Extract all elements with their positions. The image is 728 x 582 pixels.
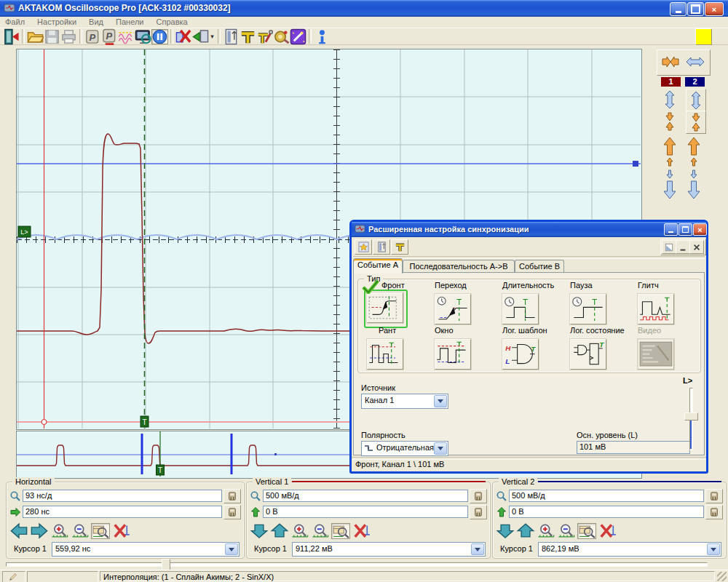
zoom-out-button[interactable] (557, 523, 576, 539)
ch1-nudge-button[interactable] (665, 157, 674, 179)
type-pattern-button[interactable]: HLT (502, 339, 539, 370)
vertical2-position-keypad-button[interactable] (705, 505, 723, 519)
dialog-close-button[interactable]: × (693, 223, 707, 236)
vertical2-position-field[interactable]: 0 В (509, 506, 704, 518)
type-edge-button[interactable] (367, 292, 403, 323)
expand-horizontal-button[interactable] (686, 56, 705, 68)
zoom-window-button[interactable] (331, 523, 350, 539)
vertical2-cursor-combo[interactable]: 862,19 мВ (538, 542, 721, 557)
position-trackbar[interactable] (6, 562, 708, 567)
zoom-out-button[interactable] (311, 523, 330, 539)
maximize-button[interactable] (687, 2, 704, 16)
compress-horizontal-button[interactable] (661, 56, 680, 68)
cursor1-handle[interactable] (41, 420, 47, 425)
ch2-compress-vertical-button[interactable] (686, 111, 706, 134)
trackbar-thumb[interactable] (162, 559, 170, 570)
vertical1-cursor-combo[interactable]: 911,22 мВ (292, 542, 486, 557)
source-combo[interactable]: Канал 1 (361, 394, 448, 409)
open-button[interactable] (27, 29, 44, 44)
type-glitch-button[interactable] (638, 294, 674, 324)
dialog-panels-button[interactable] (373, 239, 390, 255)
level-slider-thumb[interactable] (684, 412, 698, 420)
type-window-button[interactable] (435, 339, 471, 370)
menu-file[interactable]: Файл (0, 17, 30, 27)
vertical1-position-field[interactable]: 0 В (263, 506, 468, 518)
zoom-in-button[interactable] (290, 523, 309, 539)
insert-dropdown-caret[interactable]: ▾ (209, 33, 215, 40)
zoom-in-button[interactable] (537, 523, 555, 539)
delete-cursor-button[interactable] (598, 523, 617, 539)
resize-grip[interactable] (717, 572, 727, 581)
horizontal-cursor-combo[interactable]: 559,92 нс (52, 542, 240, 557)
type-pause-button[interactable] (570, 294, 606, 324)
dialog-maximize-button[interactable] (678, 223, 692, 236)
dropdown-button[interactable] (434, 442, 447, 455)
dropdown-button[interactable] (434, 395, 447, 407)
delete-button[interactable] (175, 29, 192, 44)
ch2-move-up-button[interactable] (687, 137, 701, 156)
record-button[interactable]: P (84, 29, 101, 44)
dialog-sync-button[interactable] (391, 239, 408, 255)
pan-up-button[interactable] (270, 523, 289, 539)
dropdown-button[interactable] (225, 543, 238, 555)
pan-down-button[interactable] (496, 523, 515, 539)
wizard-button[interactable] (290, 29, 306, 44)
delete-cursor-button[interactable] (352, 523, 371, 539)
ch1-expand-vertical-button[interactable] (663, 90, 676, 109)
insert-block-button[interactable] (192, 29, 209, 44)
pan-down-button[interactable] (250, 523, 269, 539)
dialog-minimize-button[interactable] (664, 223, 678, 236)
close-button[interactable]: × (705, 2, 724, 16)
save-button[interactable] (44, 29, 60, 44)
sync-setup-button[interactable] (240, 29, 256, 44)
ch2-expand-vertical-button[interactable] (686, 89, 706, 112)
ch2-move-down-button[interactable] (687, 180, 701, 199)
menu-settings[interactable]: Настройки (32, 17, 82, 27)
collapse-button[interactable] (676, 240, 690, 254)
record-stop-button[interactable]: P (101, 29, 118, 44)
ch1-compress-vertical-button[interactable] (663, 112, 676, 131)
color-indicator-button[interactable] (695, 28, 712, 45)
pan-up-button[interactable] (516, 523, 535, 539)
dropdown-button[interactable] (471, 543, 484, 555)
tools-button[interactable] (256, 29, 273, 44)
menu-view[interactable]: Вид (84, 17, 108, 27)
menu-help[interactable]: Справка (151, 17, 193, 27)
zoom-window-button[interactable] (91, 523, 110, 539)
horizontal-position-keypad-button[interactable] (223, 505, 241, 519)
delete-cursor-button[interactable] (111, 523, 130, 539)
pan-left-button[interactable] (9, 523, 28, 539)
horizontal-position-field[interactable]: 280 нс (23, 506, 222, 518)
horizontal-scale-field[interactable]: 93 нс/д (23, 490, 222, 502)
type-state-button[interactable]: T (570, 339, 606, 370)
zoom-in-button[interactable] (50, 523, 69, 539)
ch1-move-up-button[interactable] (662, 137, 677, 156)
pause-button[interactable] (151, 29, 168, 44)
calibrate-button[interactable] (273, 29, 290, 44)
horizontal-scale-keypad-button[interactable] (223, 489, 241, 503)
dropdown-button[interactable] (707, 543, 720, 555)
panels-button[interactable] (223, 29, 240, 44)
dock-button[interactable] (662, 240, 676, 254)
polarity-combo[interactable]: Отрицательная (361, 441, 448, 456)
waveform-button[interactable] (118, 29, 135, 44)
zoom-window-button[interactable] (577, 523, 596, 539)
zoom-out-button[interactable] (71, 523, 90, 539)
menu-panels[interactable]: Панели (111, 17, 149, 27)
close-panel-button[interactable] (689, 240, 704, 254)
vertical2-scale-field[interactable]: 500 мВ/д (509, 490, 704, 502)
display-refresh-button[interactable] (135, 29, 151, 44)
print-button[interactable] (60, 29, 77, 44)
pan-right-button[interactable] (30, 523, 49, 539)
info-button[interactable] (314, 29, 331, 44)
ch1-move-down-button[interactable] (662, 180, 677, 199)
vertical1-scale-field[interactable]: 500 мВ/д (263, 490, 468, 502)
vertical1-position-keypad-button[interactable] (470, 505, 487, 519)
exit-button[interactable] (3, 29, 20, 44)
minimize-button[interactable] (670, 2, 687, 16)
type-transition-button[interactable] (435, 294, 471, 324)
ch2-nudge-button[interactable] (689, 157, 698, 179)
tab-event-a[interactable]: Событие A (353, 258, 403, 274)
type-runt-button[interactable] (367, 339, 403, 370)
vertical1-scale-keypad-button[interactable] (470, 489, 487, 503)
